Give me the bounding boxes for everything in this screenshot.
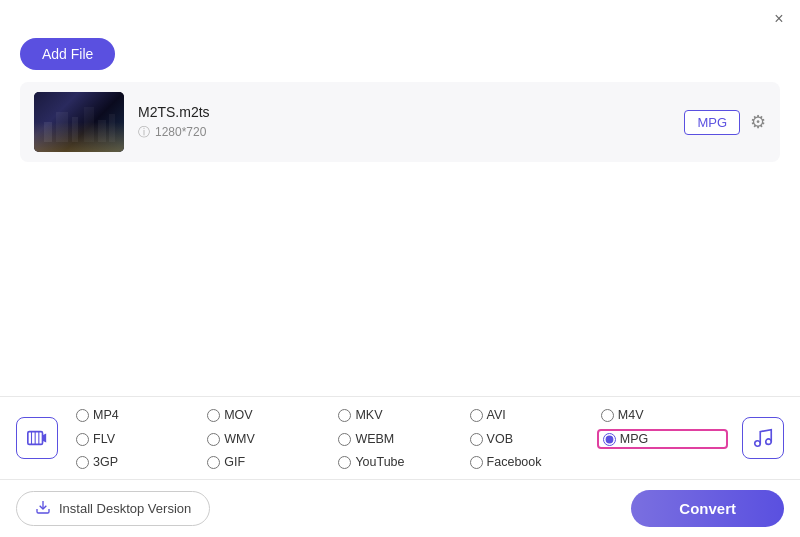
- svg-rect-2: [72, 117, 78, 142]
- radio-facebook[interactable]: [470, 456, 483, 469]
- format-facebook[interactable]: Facebook: [466, 453, 597, 471]
- format-grid: MP4 MOV MKV AVI M4V FLV: [72, 405, 728, 471]
- format-vob[interactable]: VOB: [466, 429, 597, 449]
- svg-point-12: [766, 439, 772, 445]
- format-3gp[interactable]: 3GP: [72, 453, 203, 471]
- format-mp4[interactable]: MP4: [72, 405, 203, 425]
- video-format-icon[interactable]: [16, 417, 58, 459]
- file-thumbnail: [34, 92, 124, 152]
- action-bar: Install Desktop Version Convert: [0, 480, 800, 537]
- format-mkv[interactable]: MKV: [334, 405, 465, 425]
- audio-format-icon[interactable]: [742, 417, 784, 459]
- format-wmv[interactable]: WMV: [203, 429, 334, 449]
- format-mpg[interactable]: MPG: [597, 429, 728, 449]
- close-button[interactable]: ×: [770, 10, 788, 28]
- radio-mov[interactable]: [207, 409, 220, 422]
- bottom-bar: MP4 MOV MKV AVI M4V FLV: [0, 396, 800, 537]
- radio-avi[interactable]: [470, 409, 483, 422]
- radio-mkv[interactable]: [338, 409, 351, 422]
- format-flv[interactable]: FLV: [72, 429, 203, 449]
- file-list: M2TS.m2ts ⓘ 1280*720 MPG ⚙: [20, 82, 780, 162]
- radio-m4v[interactable]: [601, 409, 614, 422]
- format-mov[interactable]: MOV: [203, 405, 334, 425]
- radio-vob[interactable]: [470, 433, 483, 446]
- file-actions: MPG ⚙: [684, 110, 766, 135]
- file-resolution: 1280*720: [155, 125, 206, 139]
- radio-webm[interactable]: [338, 433, 351, 446]
- svg-rect-0: [44, 122, 52, 142]
- format-webm[interactable]: WEBM: [334, 429, 465, 449]
- radio-3gp[interactable]: [76, 456, 89, 469]
- format-youtube[interactable]: YouTube: [334, 453, 465, 471]
- file-name: M2TS.m2ts: [138, 104, 670, 120]
- install-button[interactable]: Install Desktop Version: [16, 491, 210, 526]
- convert-button[interactable]: Convert: [631, 490, 784, 527]
- svg-rect-1: [56, 112, 68, 142]
- settings-icon[interactable]: ⚙: [750, 111, 766, 133]
- title-bar: ×: [0, 0, 800, 32]
- format-badge[interactable]: MPG: [684, 110, 740, 135]
- file-item: M2TS.m2ts ⓘ 1280*720 MPG ⚙: [20, 82, 780, 162]
- radio-flv[interactable]: [76, 433, 89, 446]
- svg-point-11: [755, 441, 761, 447]
- format-gif[interactable]: GIF: [203, 453, 334, 471]
- format-section: MP4 MOV MKV AVI M4V FLV: [0, 397, 800, 480]
- svg-rect-4: [98, 120, 106, 142]
- add-file-button[interactable]: Add File: [20, 38, 115, 70]
- format-avi[interactable]: AVI: [466, 405, 597, 425]
- svg-rect-3: [84, 107, 94, 142]
- download-icon: [35, 499, 51, 518]
- svg-rect-5: [109, 114, 115, 142]
- radio-gif[interactable]: [207, 456, 220, 469]
- file-info: M2TS.m2ts ⓘ 1280*720: [138, 104, 670, 141]
- info-icon: ⓘ: [138, 124, 150, 141]
- radio-wmv[interactable]: [207, 433, 220, 446]
- file-meta: ⓘ 1280*720: [138, 124, 670, 141]
- format-m4v[interactable]: M4V: [597, 405, 728, 425]
- radio-mpg[interactable]: [603, 433, 616, 446]
- radio-mp4[interactable]: [76, 409, 89, 422]
- radio-youtube[interactable]: [338, 456, 351, 469]
- install-label: Install Desktop Version: [59, 501, 191, 516]
